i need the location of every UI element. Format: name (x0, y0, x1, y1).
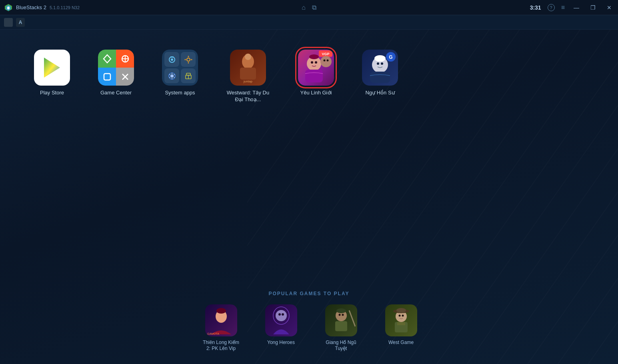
app-ngu-hon-su[interactable]: G Ngự Hồn Sư (360, 50, 400, 96)
titlebar-right: 3:31 ? ≡ — ❐ ✕ (530, 4, 614, 12)
svg-point-15 (188, 56, 189, 57)
svg-point-56 (276, 310, 287, 321)
svg-rect-8 (104, 74, 110, 80)
thien-long-svg: GAMOTA (205, 304, 237, 336)
game-center-icon-wrapper (98, 50, 134, 86)
app-version: 5.1.0.1129 N32 (50, 5, 80, 10)
thien-long-label: Thiên Long Kiếm 2: PK Lên Vip (201, 340, 241, 352)
play-store-icon (34, 50, 70, 86)
settings-icon-small (184, 56, 192, 64)
svg-point-42 (327, 60, 329, 62)
menu-icon[interactable]: ≡ (561, 4, 565, 11)
clock-display: 3:31 (530, 4, 541, 11)
app-system-apps[interactable]: System apps (160, 50, 200, 96)
sys-sub-4 (181, 68, 196, 83)
app-game-center[interactable]: Game Center (96, 50, 136, 96)
close-button[interactable]: ✕ (604, 4, 614, 12)
svg-point-16 (188, 62, 189, 63)
svg-point-45 (374, 55, 386, 62)
ngu-hon-su-icon-wrapper: G (362, 50, 398, 86)
svg-point-40 (320, 56, 332, 67)
svg-point-63 (336, 308, 346, 313)
tab-label-a[interactable]: A (16, 18, 25, 27)
titlebar-left: BlueStacks 2 5.1.0.1129 N32 (4, 3, 80, 12)
svg-point-41 (324, 60, 326, 62)
svg-point-35 (315, 61, 317, 64)
svg-rect-29 (240, 68, 256, 80)
svg-marker-3 (44, 58, 60, 78)
popular-game-thien-long[interactable]: GAMOTA Thiên Long Kiếm 2: PK Lên Vip (201, 304, 241, 352)
svg-text:juntap: juntap (243, 80, 252, 83)
ngu-hon-su-icon: G (362, 50, 398, 86)
system-apps-icon (162, 50, 198, 86)
svg-point-65 (342, 314, 344, 316)
popular-game-yong-heroes[interactable]: Yong Heroes (265, 304, 297, 352)
app-yeu-linh-gioi[interactable]: VGP Yêu Linh Giới (296, 50, 336, 96)
help-icon[interactable]: ? (548, 4, 555, 11)
westward-icon-wrapper: juntap (230, 50, 266, 86)
play-store-label: Play Store (40, 90, 64, 96)
popular-games-grid: GAMOTA Thiên Long Kiếm 2: PK Lên Vip (201, 304, 417, 352)
chrome-icon (168, 72, 176, 80)
game-center-icon (98, 50, 134, 86)
popular-game-giang-ho[interactable]: Giang Hồ Ngũ Tuyệt (321, 304, 361, 352)
gc-quadrant-3 (98, 68, 116, 86)
titlebar-center: ⌂ ⧉ (302, 4, 316, 11)
second-bar: A (0, 15, 618, 30)
gc-q2-svg (120, 53, 131, 64)
multi-instance-icon[interactable]: ⧉ (312, 4, 316, 11)
home-icon[interactable]: ⌂ (302, 4, 306, 11)
svg-rect-50 (370, 72, 390, 83)
west-game-label: West Game (388, 340, 414, 346)
popular-game-west-game[interactable]: West Game (385, 304, 417, 352)
popular-section: POPULAR GAMES TO PLAY (149, 291, 469, 352)
game-center-label: Game Center (100, 90, 132, 96)
main-content: Play Store (0, 30, 618, 364)
system-apps-icon-wrapper (162, 50, 198, 86)
giang-ho-icon (325, 304, 357, 336)
thien-long-icon: GAMOTA (205, 304, 237, 336)
title-bar: BlueStacks 2 5.1.0.1129 N32 ⌂ ⧉ 3:31 ? ≡… (0, 0, 618, 15)
app-play-store[interactable]: Play Store (32, 50, 72, 96)
gc-q3-svg (102, 71, 113, 82)
yong-heroes-icon (265, 304, 297, 336)
bluestacks-logo-icon (4, 3, 13, 12)
gc-q1-svg (102, 53, 113, 64)
app-westward[interactable]: juntap Westward: Tây Du Đại Thoạ... (224, 50, 272, 103)
svg-point-59 (282, 313, 284, 316)
popular-title: POPULAR GAMES TO PLAY (268, 291, 349, 296)
giang-ho-label: Giang Hồ Ngũ Tuyệt (321, 340, 361, 352)
yeu-linh-gioi-label: Yêu Linh Giới (300, 90, 332, 96)
svg-point-46 (377, 62, 379, 65)
svg-rect-74 (397, 322, 405, 325)
svg-text:G: G (389, 54, 392, 60)
svg-point-34 (311, 61, 313, 64)
giang-ho-svg (325, 304, 357, 336)
restore-button[interactable]: ❐ (588, 4, 598, 12)
svg-point-64 (338, 314, 340, 316)
svg-point-18 (191, 59, 192, 60)
svg-point-31 (245, 54, 251, 60)
yong-heroes-svg (265, 304, 297, 336)
app-title: BlueStacks 2 (16, 4, 46, 10)
play-store-svg (40, 56, 64, 80)
gc-quadrant-4 (116, 68, 134, 86)
svg-point-70 (396, 308, 406, 313)
svg-point-17 (184, 59, 186, 60)
package-icon (184, 72, 192, 80)
svg-point-58 (278, 313, 281, 316)
westward-icon: juntap (230, 50, 266, 86)
west-game-icon (385, 304, 417, 336)
westward-label: Westward: Tây Du Đại Thoạ... (224, 90, 272, 103)
sys-sub-3 (164, 68, 179, 83)
svg-point-53 (216, 308, 226, 314)
camera-icon (168, 56, 176, 64)
svg-point-72 (402, 314, 404, 316)
sys-sub-2 (181, 52, 196, 67)
tab-indicator[interactable] (4, 18, 13, 27)
svg-rect-62 (335, 321, 347, 331)
apps-grid: Play Store (0, 30, 618, 115)
yong-heroes-label: Yong Heroes (267, 340, 295, 346)
minimize-button[interactable]: — (571, 4, 582, 12)
svg-text:VGP: VGP (322, 52, 329, 56)
